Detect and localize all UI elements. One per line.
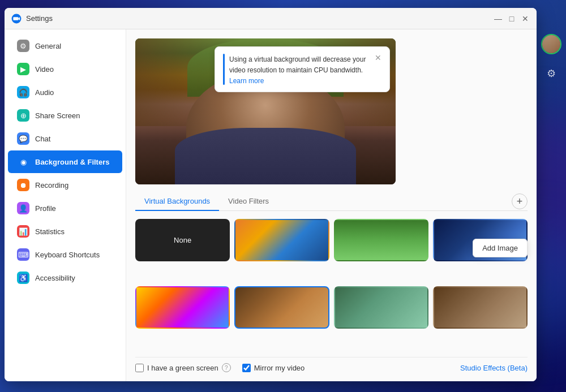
tabs-container: Virtual Backgrounds Video Filters +	[135, 192, 528, 211]
person-shirt	[175, 128, 356, 184]
sidebar-item-general[interactable]: ⚙General	[8, 35, 122, 57]
add-image-label[interactable]: Add Image	[482, 244, 518, 252]
sidebar-item-background-filters[interactable]: ◉Background & Filters	[8, 150, 122, 173]
studio-effects-link[interactable]: Studio Effects (Beta)	[460, 364, 528, 372]
background-tabs: Virtual Backgrounds Video Filters	[135, 192, 278, 210]
zoom-logo-icon	[11, 14, 22, 24]
background-interior1[interactable]	[334, 286, 428, 329]
none-label: None	[174, 236, 191, 244]
background-bridge[interactable]	[234, 219, 329, 261]
chat-icon: 💬	[17, 132, 29, 145]
sidebar-item-share-screen[interactable]: ⊕Share Screen	[8, 104, 122, 127]
sidebar-item-profile[interactable]: 👤Profile	[8, 197, 122, 219]
window-title: Settings	[26, 14, 53, 23]
sidebar-item-audio[interactable]: 🎧Audio	[8, 81, 122, 104]
notification-toast: Using a virtual background will decrease…	[215, 46, 390, 92]
sidebar-item-accessibility[interactable]: ♿Accessibility	[8, 266, 122, 289]
sidebar-item-recording[interactable]: ⏺Recording	[8, 174, 122, 196]
minimize-button[interactable]: —	[494, 14, 503, 23]
tab-virtual-backgrounds[interactable]: Virtual Backgrounds	[135, 192, 219, 211]
general-icon: ⚙	[17, 40, 29, 52]
settings-sidebar: ⚙General▶Video🎧Audio⊕Share Screen💬Chat◉B…	[5, 29, 126, 381]
sidebar-item-statistics[interactable]: 📊Statistics	[8, 220, 122, 243]
keyboard-shortcuts-icon: ⌨	[17, 248, 29, 261]
title-bar-left: Settings	[11, 14, 53, 24]
background-colorful[interactable]	[135, 286, 230, 329]
share-screen-icon: ⊕	[17, 109, 29, 122]
video-preview: Using a virtual background will decrease…	[135, 38, 396, 184]
green-screen-help-icon[interactable]: ?	[222, 363, 231, 372]
toast-close-button[interactable]: ✕	[375, 54, 381, 62]
green-screen-group: I have a green screen ?	[135, 363, 231, 372]
sidebar-label-background-filters: Background & Filters	[35, 158, 109, 166]
mirror-video-label: Mirror my video	[254, 364, 305, 372]
sidebar-label-profile: Profile	[35, 204, 56, 213]
sidebar-item-keyboard-shortcuts[interactable]: ⌨Keyboard Shortcuts	[8, 243, 122, 266]
desktop-right-panel: ⚙	[537, 0, 566, 392]
statistics-icon: 📊	[17, 225, 29, 238]
recording-icon: ⏺	[17, 179, 29, 191]
main-panel: Using a virtual background will decrease…	[126, 29, 537, 381]
title-bar: Settings — □ ✕	[5, 8, 537, 29]
toast-message: Using a virtual background will decrease…	[229, 55, 366, 74]
background-filters-icon: ◉	[17, 156, 29, 168]
settings-window: Settings — □ ✕ ⚙General▶Video🎧Audio⊕Shar…	[5, 8, 537, 381]
background-none[interactable]: None	[135, 219, 230, 261]
background-grass[interactable]	[334, 219, 428, 261]
mirror-video-group: Mirror my video	[242, 364, 305, 372]
backgrounds-grid: None	[135, 219, 528, 349]
sidebar-label-chat: Chat	[35, 135, 50, 143]
toast-accent-bar	[223, 54, 225, 85]
content-area: ⚙General▶Video🎧Audio⊕Share Screen💬Chat◉B…	[5, 29, 537, 381]
green-screen-label: I have a green screen	[147, 364, 218, 372]
sidebar-item-chat[interactable]: 💬Chat	[8, 127, 122, 150]
user-avatar[interactable]	[541, 34, 561, 54]
sidebar-label-audio: Audio	[35, 88, 54, 97]
mirror-video-checkbox[interactable]	[242, 364, 251, 372]
learn-more-link[interactable]: Learn more	[229, 77, 370, 85]
accessibility-icon: ♿	[17, 272, 29, 284]
sidebar-label-general: General	[35, 42, 61, 50]
desktop-settings-icon[interactable]: ⚙	[543, 66, 559, 81]
audio-icon: 🎧	[17, 86, 29, 98]
bottom-controls: I have a green screen ? Mirror my video …	[135, 357, 528, 372]
close-button[interactable]: ✕	[521, 14, 530, 23]
title-bar-controls: — □ ✕	[494, 14, 530, 23]
profile-icon: 👤	[17, 202, 29, 214]
video-icon: ▶	[17, 63, 29, 75]
sidebar-label-share-screen: Share Screen	[35, 111, 80, 120]
sidebar-label-recording: Recording	[35, 181, 68, 189]
background-interior2[interactable]	[433, 286, 528, 329]
background-restaurant[interactable]	[234, 286, 329, 329]
toast-content: Using a virtual background will decrease…	[229, 54, 370, 85]
maximize-button[interactable]: □	[507, 14, 516, 23]
sidebar-label-statistics: Statistics	[35, 227, 65, 236]
tab-video-filters[interactable]: Video Filters	[219, 192, 278, 211]
sidebar-label-keyboard-shortcuts: Keyboard Shortcuts	[35, 251, 100, 259]
add-background-button[interactable]: +	[512, 193, 528, 209]
sidebar-label-accessibility: Accessibility	[35, 274, 75, 282]
green-screen-checkbox[interactable]	[135, 364, 144, 372]
sidebar-item-video[interactable]: ▶Video	[8, 58, 122, 80]
add-image-popup: Add Image	[473, 239, 528, 257]
sidebar-label-video: Video	[35, 65, 54, 74]
